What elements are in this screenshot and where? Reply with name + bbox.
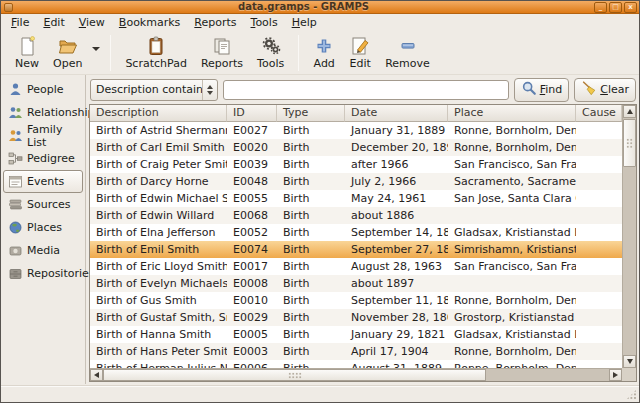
cell-description: Birth of Edwin Willard (90, 207, 227, 224)
sidebar-item-pedigree[interactable]: Pedigree (3, 147, 83, 170)
search-icon (521, 80, 537, 99)
table-row[interactable]: Birth of Carl Emil SmithE0020BirthDecemb… (90, 139, 622, 156)
table-row[interactable]: Birth of Gustaf Smith, Sr.E0029BirthNove… (90, 309, 622, 326)
clear-button[interactable]: Clear (574, 78, 636, 102)
remove-button[interactable]: Remove (378, 34, 437, 71)
column-header-cause[interactable]: Cause (576, 105, 622, 122)
sidebar-item-label: Media (27, 244, 60, 257)
table-row[interactable]: Birth of Evelyn MichaelsE0008Birthabout … (90, 275, 622, 292)
menu-reports[interactable]: Reports (187, 15, 243, 30)
remove-icon (397, 35, 419, 57)
column-header-place[interactable]: Place (448, 105, 576, 122)
search-input[interactable] (223, 80, 509, 100)
vertical-scrollbar-thumb[interactable] (623, 119, 636, 167)
menu-help[interactable]: Help (285, 15, 324, 30)
chevron-down-icon (92, 47, 100, 51)
sidebar-item-label: Events (27, 175, 64, 188)
open-button[interactable]: Open (46, 34, 89, 71)
menu-bookmarks[interactable]: Bookmarks (112, 15, 187, 30)
table-row[interactable]: Birth of Astrid Shermanna A...E0027Birth… (90, 122, 622, 139)
cell-type: Birth (277, 156, 345, 173)
sidebar-item-label: People (27, 83, 64, 96)
cell-type: Birth (277, 292, 345, 309)
horizontal-scrollbar[interactable] (90, 368, 622, 381)
scroll-up-button[interactable] (623, 105, 636, 118)
cell-type: Birth (277, 360, 345, 368)
edit-button[interactable]: Edit (342, 34, 378, 71)
scratchpad-button[interactable]: ScratchPad (118, 34, 194, 71)
horizontal-scrollbar-thumb[interactable] (103, 369, 486, 381)
tools-button[interactable]: Tools (250, 34, 291, 71)
column-header-id[interactable]: ID (227, 105, 277, 122)
repository-icon (8, 266, 23, 281)
new-button[interactable]: New (8, 34, 46, 71)
cell-cause (576, 122, 622, 139)
scroll-down-button[interactable] (623, 355, 636, 368)
filter-field-select[interactable]: Description contains (90, 79, 218, 101)
column-header-date[interactable]: Date (345, 105, 448, 122)
open-folder-icon (57, 35, 79, 57)
table-row[interactable]: Birth of Darcy HorneE0048BirthJuly 2, 19… (90, 173, 622, 190)
cell-type: Birth (277, 173, 345, 190)
scroll-right-button[interactable] (609, 369, 622, 381)
table-row[interactable]: Birth of Gus SmithE0010BirthSeptember 11… (90, 292, 622, 309)
arrow-left-icon (94, 372, 99, 378)
column-header-type[interactable]: Type (277, 105, 345, 122)
sidebar-item-family-list[interactable]: Family List (3, 124, 83, 147)
menu-edit[interactable]: Edit (36, 15, 71, 30)
sidebar-item-media[interactable]: Media (3, 239, 83, 262)
reports-button[interactable]: Reports (194, 34, 250, 71)
maximize-button[interactable]: □ (609, 2, 622, 13)
table-row[interactable]: Birth of Hanna SmithE0005BirthJanuary 29… (90, 326, 622, 343)
sidebar-item-sources[interactable]: Sources (3, 193, 83, 216)
menu-view[interactable]: View (72, 15, 112, 30)
pedigree-icon (8, 151, 23, 166)
table-header: Description ID Type Date Place Cause (90, 105, 622, 122)
vertical-scrollbar[interactable] (622, 105, 636, 368)
table-row[interactable]: Birth of Herman Julius NielsenE0006Birth… (90, 360, 622, 368)
spinner-arrows-icon[interactable] (202, 80, 217, 100)
sidebar-item-places[interactable]: Places (3, 216, 83, 239)
cell-description: Birth of Edwin Michael Smith (90, 190, 227, 207)
add-button[interactable]: Add (306, 34, 342, 71)
cell-type: Birth (277, 241, 345, 258)
menu-file[interactable]: File (4, 15, 36, 30)
cell-type: Birth (277, 343, 345, 360)
close-button[interactable]: x (624, 2, 637, 13)
menu-tools[interactable]: Tools (244, 15, 285, 30)
cell-cause (576, 360, 622, 368)
column-header-description[interactable]: Description (90, 105, 227, 122)
sidebar-item-relationships[interactable]: Relationships (3, 101, 83, 124)
cell-id: E0039 (227, 156, 277, 173)
table-row[interactable]: Birth of Emil SmithE0074BirthSeptember 2… (90, 241, 622, 258)
two-people-icon (8, 105, 23, 120)
cell-type: Birth (277, 122, 345, 139)
sidebar-item-events[interactable]: Events (3, 170, 83, 193)
cell-type: Birth (277, 326, 345, 343)
cell-id: E0055 (227, 190, 277, 207)
cell-type: Birth (277, 139, 345, 156)
sidebar-item-repositories[interactable]: Repositories (3, 262, 83, 285)
minimize-button[interactable]: _ (594, 2, 607, 13)
table-row[interactable]: Birth of Hans Peter SmithE0003BirthApril… (90, 343, 622, 360)
table-row[interactable]: Birth of Elna JeffersonE0052BirthSeptemb… (90, 224, 622, 241)
cell-cause (576, 156, 622, 173)
sidebar-item-label: Sources (27, 198, 71, 211)
table-row[interactable]: Birth of Eric Lloyd SmithE0017BirthAugus… (90, 258, 622, 275)
table-row[interactable]: Birth of Edwin Michael SmithE0055BirthMa… (90, 190, 622, 207)
cell-place (448, 275, 576, 292)
cell-date: January 31, 1889 (345, 122, 448, 139)
gramps-app-icon (4, 3, 13, 12)
table-row[interactable]: Birth of Craig Peter SmithE0039Birthafte… (90, 156, 622, 173)
arrow-right-icon (613, 372, 618, 378)
resize-grip-icon[interactable] (626, 389, 637, 400)
open-dropdown-button[interactable] (89, 36, 103, 62)
sidebar-item-people[interactable]: People (3, 78, 83, 101)
table-row[interactable]: Birth of Edwin WillardE0068Birthabout 18… (90, 207, 622, 224)
scroll-left-button[interactable] (90, 369, 103, 381)
find-button[interactable]: Find (514, 78, 570, 102)
family-icon (8, 128, 23, 143)
titlebar[interactable]: data.gramps - GRAMPS _ □ x (1, 1, 639, 14)
cell-type: Birth (277, 190, 345, 207)
open-button-label: Open (53, 57, 82, 70)
